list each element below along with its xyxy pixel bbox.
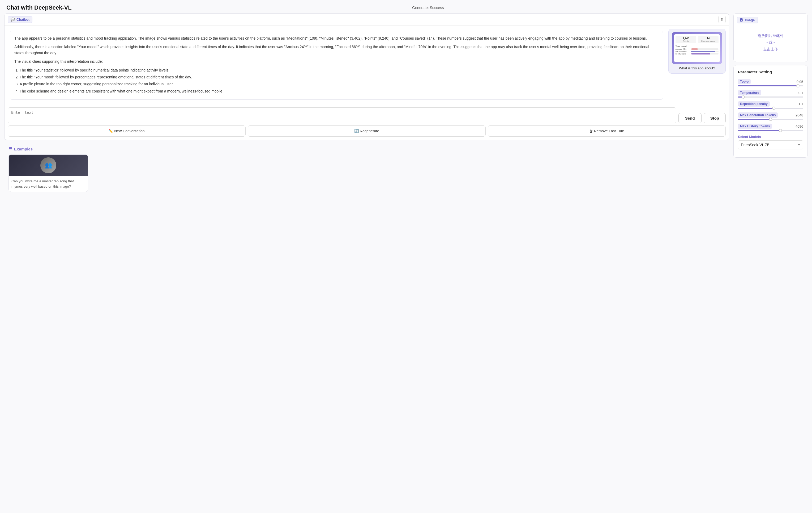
max-generation-tokens-value: 2048 [795,113,803,117]
mood-bg [691,53,719,54]
response-list: The title "Your statistics" followed by … [20,67,659,94]
status-text: Generate: Success [412,6,444,10]
chat-messages-area: The app appears to be a personal statist… [4,26,729,105]
mood-fill [691,51,715,52]
select-models-label: Select Models [738,135,803,139]
mood-label-anxious: Anxious 24% [675,48,690,50]
examples-label: Examples [14,147,33,151]
example-text: Can you write me a master rap song that … [9,176,88,192]
mood-bar-mindful: Mindful 70% [675,53,719,55]
example-image-inner: 👥 [40,157,56,173]
max-history-tokens-slider[interactable] [738,130,803,131]
top-p-row: Top-p 0.95 [738,79,803,86]
new-conversation-button[interactable]: ✏️ New Conversation [8,126,245,137]
top-p-thumb[interactable] [796,84,800,87]
max-history-tokens-thumb[interactable] [779,129,782,132]
screenshot-inner: 9,240 Points 14 Courses saved Your mood [674,34,720,62]
repetition-penalty-label: Repetition penalty [738,101,770,107]
model-select[interactable]: DeepSeek-VL 7B [738,140,803,150]
mood-title: Your mood [675,45,719,47]
share-icon[interactable]: ⬆ [718,16,726,23]
max-generation-tokens-thumb[interactable] [769,118,772,121]
send-button[interactable]: Send [678,113,701,123]
remove-last-turn-button[interactable]: 🗑 Remove Last Turn [488,126,726,137]
top-p-slider[interactable] [738,85,803,86]
examples-section: ☰ Examples 👥 Can you write me a master r… [4,142,729,196]
param-title: Parameter Setting [738,70,772,75]
temperature-row: Temperature 0.1 [738,90,803,98]
max-generation-tokens-fill [738,119,771,120]
chat-area: 💬 Chatbot ⬆ The app appears to be a pers… [4,13,729,196]
image-label: Image [745,18,755,22]
mood-bg [691,48,719,50]
main-layout: 💬 Chatbot ⬆ The app appears to be a pers… [0,13,812,200]
list-item: The title "Your mood" followed by percen… [20,74,659,80]
chatbot-label: Chatbot [17,18,29,22]
max-generation-tokens-label-row: Max Generation Tokens 2048 [738,112,803,118]
response-para-3: The visual clues supporting this interpr… [14,58,659,64]
temperature-value: 0.1 [799,91,803,95]
chat-input[interactable] [8,107,676,123]
list-item: The color scheme and design elements are… [20,88,659,94]
mood-fill [691,48,698,50]
mood-bg [691,51,719,52]
max-generation-tokens-slider[interactable] [738,119,803,120]
list-item: A profile picture in the top right corne… [20,81,659,87]
app-screenshot: 9,240 Points 14 Courses saved Your mood [672,32,722,64]
image-tab[interactable]: 🖼 Image [737,17,758,23]
max-history-tokens-fill [738,130,780,131]
drag-text: 拖放图片至此处 [758,32,784,39]
mood-bar-focused: Focused 86% [675,51,719,52]
mood-label-focused: Focused 86% [675,51,690,52]
stat-num-courses: 14 [699,37,717,40]
response-para-1: The app appears to be a personal statist… [14,35,659,41]
chatbot-icon: 💬 [10,18,15,22]
repetition-penalty-thumb[interactable] [772,107,775,110]
mood-fill [691,53,710,54]
top-p-fill [738,85,798,86]
example-image: 👥 [9,155,88,176]
app-header: Chat with DeepSeek-VL Generate: Success [0,0,812,13]
repetition-penalty-fill [738,108,774,109]
top-p-value: 0.95 [796,80,803,84]
upload-text: 点击上传 [763,46,778,53]
regenerate-button[interactable]: 🔄 Regenerate [248,126,486,137]
chat-section: 💬 Chatbot ⬆ The app appears to be a pers… [4,13,729,140]
app-title: Chat with DeepSeek-VL [6,4,72,11]
temperature-slider[interactable] [738,97,803,98]
response-text: The app appears to be a personal statist… [10,31,663,100]
input-area: Send Stop [4,105,729,126]
mood-section: Your mood Anxious 24% Focused 86% [675,45,719,55]
input-row: Send Stop [8,107,726,123]
stop-button[interactable]: Stop [704,113,726,123]
top-p-label: Top-p [738,79,751,84]
max-generation-tokens-row: Max Generation Tokens 2048 [738,112,803,120]
max-history-tokens-label: Max History Tokens [738,124,772,129]
select-models-row: Select Models DeepSeek-VL 7B [738,135,803,150]
temperature-thumb[interactable] [742,96,745,99]
image-upload-area[interactable]: 拖放图片至此处 - 或 - 点击上传 [737,27,804,58]
max-history-tokens-row: Max History Tokens 4096 [738,124,803,131]
repetition-penalty-slider[interactable] [738,108,803,109]
max-history-tokens-value: 4096 [795,125,803,128]
stat-num-points: 9,240 [677,37,695,40]
param-panel: Parameter Setting Top-p 0.95 Temperature… [733,65,808,158]
max-history-tokens-label-row: Max History Tokens 4096 [738,124,803,129]
image-tab-bar: 🖼 Image [737,17,804,23]
stat-label-courses: Courses saved [699,40,717,42]
response-area: The app appears to be a personal statist… [8,29,665,102]
temperature-label: Temperature [738,90,761,96]
stat-box-courses: 14 Courses saved [698,36,719,43]
mood-bar-anxious: Anxious 24% [675,48,719,50]
chatbot-tab[interactable]: 💬 Chatbot [8,16,32,23]
chat-tab-bar: 💬 Chatbot ⬆ [4,14,729,26]
repetition-penalty-label-row: Repetition penalty 1.1 [738,101,803,107]
or-text: - 或 - [766,39,775,46]
example-card[interactable]: 👥 Can you write me a master rap song tha… [8,155,88,192]
response-para-2: Additionally, there is a section labeled… [14,44,659,56]
stat-label-points: Points [677,40,695,42]
stat-row: 9,240 Points 14 Courses saved [675,36,719,43]
sidebar: 🖼 Image 拖放图片至此处 - 或 - 点击上传 Parameter Set… [733,13,808,196]
mood-label-mindful: Mindful 70% [675,53,690,55]
question-text: What is this app about? [672,66,722,70]
